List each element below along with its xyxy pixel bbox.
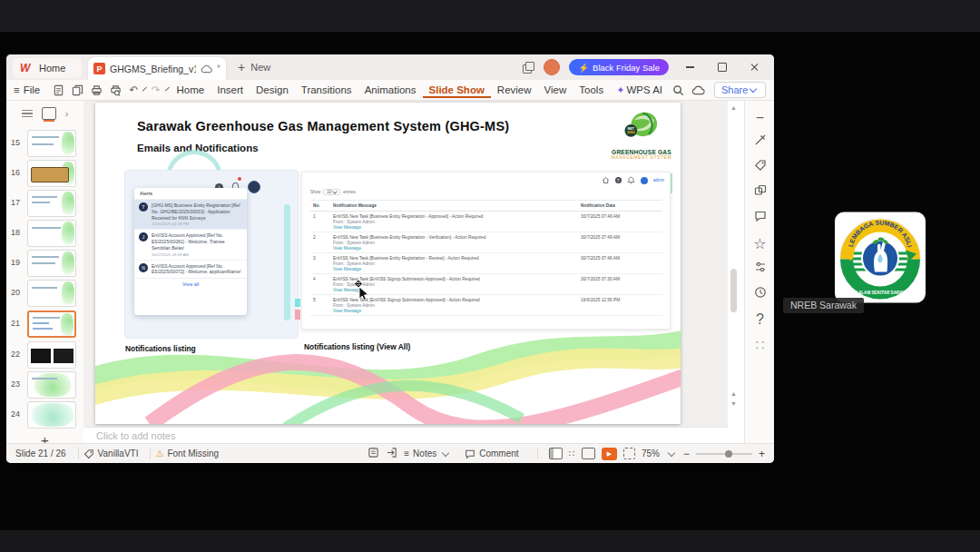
thumbnail-19[interactable]: 19	[6, 250, 83, 277]
minimize-button[interactable]	[678, 58, 701, 76]
warning-icon: ⚠	[155, 448, 163, 458]
search-icon[interactable]	[672, 84, 684, 96]
menu-insert[interactable]: Insert	[211, 82, 250, 98]
thumbnail-24[interactable]: 24	[6, 401, 83, 429]
comment-icon	[465, 448, 475, 459]
close-button[interactable]	[743, 58, 767, 76]
comment-button[interactable]: Comment	[465, 448, 518, 459]
new-tab-button[interactable]: + New	[238, 60, 270, 74]
undo-icon[interactable]: ↶	[129, 84, 138, 96]
slideshow-play-button[interactable]: ▶	[602, 448, 617, 460]
sparkle-icon: ✦	[616, 84, 624, 95]
canvas-scrollbar[interactable]: ▲ ▲▼	[728, 101, 740, 427]
plus-icon: +	[238, 60, 245, 74]
reading-view-icon[interactable]	[582, 448, 595, 459]
menu-bar: ≡ File ↶ ↷ Home Insert Design Transition…	[6, 80, 774, 101]
thumbnail-22[interactable]: 22	[6, 341, 83, 369]
tab-home[interactable]: W Home	[13, 58, 82, 78]
jump-icon[interactable]	[386, 447, 397, 460]
apps-grid-icon[interactable]: ∷	[745, 337, 774, 354]
mouse-cursor	[352, 281, 372, 302]
right-tool-sidebar: − ☆ ? ∷	[744, 101, 774, 443]
tag-tool-icon[interactable]	[745, 159, 774, 175]
menu-tools[interactable]: Tools	[573, 82, 610, 98]
cloud-sync-icon	[201, 64, 212, 74]
scroll-up-icon[interactable]: ▲	[730, 104, 737, 111]
menu-wps-ai[interactable]: ✦WPS AI	[610, 82, 669, 99]
notes-bar[interactable]: Click to add notes	[83, 427, 728, 443]
black-friday-sale-button[interactable]: ⚡ Black Friday Sale	[569, 59, 669, 75]
save-icon[interactable]	[53, 84, 64, 96]
caption-notifications-listing: Notifications listing	[125, 344, 196, 353]
slide-view-icon[interactable]	[42, 107, 56, 120]
home-icon	[602, 176, 610, 184]
alert-item: J EnVISS Account Approved [Ref No. ES/20…	[134, 230, 247, 260]
favorites-icon[interactable]: ☆	[745, 235, 774, 252]
copy-icon[interactable]	[72, 84, 83, 96]
hamburger-icon: ≡	[14, 84, 20, 95]
file-menu[interactable]: ≡ File	[14, 84, 40, 95]
thumbnail-20[interactable]: 20	[6, 280, 83, 307]
menu-review[interactable]: Review	[491, 82, 538, 98]
outline-view-icon[interactable]	[22, 110, 33, 118]
menu-home[interactable]: Home	[171, 82, 211, 98]
bolt-icon: ⚡	[578, 63, 589, 73]
meeting-bottom-bar	[0, 530, 980, 552]
collapse-panel-icon[interactable]: ›	[65, 108, 69, 119]
restore-button[interactable]	[710, 58, 734, 76]
menu-transitions[interactable]: Transitions	[295, 82, 358, 98]
collapse-sidebar-icon[interactable]: −	[745, 110, 774, 126]
tab-document[interactable]: P GHGMS_Briefing_v1.pptx *	[88, 57, 226, 80]
help-icon[interactable]: ?	[745, 311, 774, 328]
thumbnail-21-selected[interactable]: 21	[6, 310, 83, 338]
shapes-tool-icon[interactable]	[745, 184, 774, 201]
zoom-slider-knob[interactable]	[725, 450, 732, 458]
undo-dropdown-icon[interactable]	[142, 87, 147, 92]
menu-animations[interactable]: Animations	[358, 82, 423, 98]
history-icon[interactable]	[745, 286, 774, 302]
zoom-in-button[interactable]: +	[759, 448, 765, 460]
print-icon[interactable]	[91, 84, 103, 96]
comments-panel-icon[interactable]	[745, 210, 774, 226]
normal-view-icon[interactable]	[549, 448, 563, 459]
thumbnail-18[interactable]: 18	[6, 220, 83, 247]
modified-indicator: *	[217, 64, 220, 74]
quick-tools-icon[interactable]	[745, 133, 774, 150]
profile-avatar-icon	[248, 181, 260, 193]
zoom-out-button[interactable]: −	[683, 448, 690, 460]
scrollbar-thumb[interactable]	[730, 269, 737, 312]
notes-toggle[interactable]: ≡Notes	[404, 448, 451, 458]
thumbnail-17[interactable]: 17	[6, 190, 83, 217]
view-all-link: View all	[134, 278, 247, 290]
menu-view[interactable]: View	[538, 82, 573, 98]
prev-next-slide-buttons[interactable]: ▲▼	[730, 389, 737, 409]
thumbnail-15[interactable]: 15	[6, 130, 83, 157]
slide-page[interactable]: Sarawak Greenhouse Gas Management System…	[95, 103, 681, 424]
thumbnail-23[interactable]: 23	[6, 371, 83, 399]
menu-slide-show[interactable]: Slide Show	[423, 82, 491, 98]
window-arrange-icon[interactable]	[523, 62, 534, 74]
font-missing-warning[interactable]: ⚠Font Missing	[155, 448, 219, 458]
cloud-icon[interactable]	[691, 85, 705, 95]
account-avatar[interactable]	[544, 59, 560, 75]
share-label: Share	[721, 84, 748, 95]
settings-icon[interactable]	[745, 261, 774, 277]
zoom-level[interactable]: 75%	[642, 448, 660, 458]
alert-item: T [GHG-MS] Business Entity Registration …	[134, 200, 247, 230]
theme-indicator[interactable]: VanillaVTI	[83, 448, 139, 459]
nreb-logo: LEMBAGA SUMBER ASLI DAN ALAM SEKITAR SAR…	[835, 212, 926, 303]
menu-design[interactable]: Design	[250, 82, 295, 98]
bell-icon	[627, 176, 635, 184]
slide-thumbnail-panel: › 15 16 17 18 19 20 21 22 23 24 +	[6, 101, 84, 443]
print-preview-icon[interactable]	[110, 84, 122, 96]
svg-text:2050: 2050	[627, 131, 634, 134]
fit-slide-icon[interactable]	[623, 448, 635, 459]
zoom-slider[interactable]	[696, 453, 752, 455]
share-button[interactable]: Share	[714, 82, 766, 98]
zoom-dropdown-icon[interactable]	[668, 448, 675, 456]
redo-icon[interactable]: ↷	[152, 84, 161, 96]
toolbar-more-icon[interactable]	[165, 87, 170, 92]
thumbnail-16[interactable]: 16	[6, 160, 83, 187]
task-pane-icon[interactable]	[368, 447, 379, 460]
slide-sorter-view-icon[interactable]: ∷	[569, 448, 575, 458]
